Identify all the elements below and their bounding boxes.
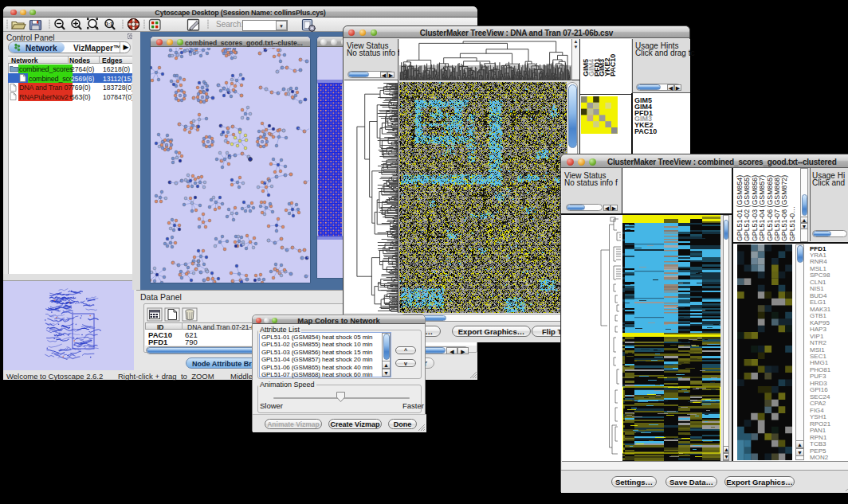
svg-text:1:1: 1:1 — [106, 21, 113, 26]
svg-text:Search:: Search: — [216, 20, 243, 29]
